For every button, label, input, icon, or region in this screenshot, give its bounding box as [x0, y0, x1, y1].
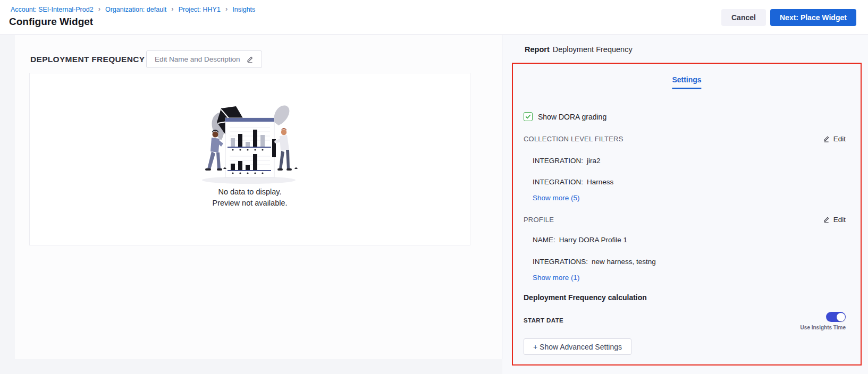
page-header: Account: SEI-Internal-Prod2 › Organizati…: [0, 0, 868, 35]
collection-filters-title: COLLECTION LEVEL FILTERS: [524, 135, 623, 143]
pencil-icon: [246, 56, 254, 63]
breadcrumb: Account: SEI-Internal-Prod2 › Organizati…: [11, 5, 255, 13]
checkbox-checked-icon: [524, 112, 533, 121]
page-title: Configure Widget: [9, 16, 93, 28]
edit-name-description-label: Edit Name and Description: [155, 55, 240, 63]
show-dora-grading-checkbox[interactable]: Show DORA grading: [524, 112, 606, 121]
integration-label: INTEGRATION:: [533, 157, 583, 165]
settings-highlight-box: Settings Show DORA grading COLLECTION LE…: [512, 63, 862, 366]
integration-value: Harness: [587, 178, 613, 186]
integrations-label: INTEGRATIONS:: [533, 258, 588, 266]
profile-edit-button[interactable]: Edit: [823, 216, 846, 224]
show-advanced-settings-button[interactable]: + Show Advanced Settings: [524, 338, 631, 355]
cancel-button[interactable]: Cancel: [721, 9, 766, 26]
profile-header: PROFILE Edit: [524, 216, 846, 224]
profile-name-row: NAME:Harry DORA Profile 1: [533, 236, 627, 244]
profile-show-more-link[interactable]: Show more (1): [533, 274, 580, 282]
pencil-icon: [823, 216, 830, 223]
integration-row: INTEGRATION:Harness: [533, 178, 613, 186]
tab-settings[interactable]: Settings: [672, 75, 701, 89]
name-label: NAME:: [533, 236, 555, 244]
breadcrumb-chevron-icon: ›: [98, 5, 100, 13]
use-insights-time-toggle[interactable]: [826, 312, 846, 322]
collection-filters-show-more-link[interactable]: Show more (5): [533, 194, 580, 202]
report-header: ReportDeployment Frequency: [525, 45, 633, 54]
empty-state-line1: No data to display.: [30, 186, 470, 198]
show-dora-grading-label: Show DORA grading: [538, 113, 606, 121]
integrations-value: new harness, testng: [592, 258, 656, 266]
use-insights-time-label: Use Insights Time: [800, 325, 846, 330]
profile-integrations-row: INTEGRATIONS:new harness, testng: [533, 258, 656, 266]
next-place-widget-button[interactable]: Next: Place Widget: [770, 9, 856, 26]
profile-title: PROFILE: [524, 216, 554, 224]
empty-state-text: No data to display. Preview not availabl…: [30, 186, 470, 209]
collection-filters-edit-button[interactable]: Edit: [823, 135, 846, 143]
widget-settings-panel: ReportDeployment Frequency Settings Show…: [502, 35, 868, 374]
name-value: Harry DORA Profile 1: [559, 236, 627, 244]
integration-value: jira2: [587, 157, 601, 165]
widget-name-title: DEPLOYMENT FREQUENCY: [30, 55, 145, 64]
report-label: Report: [525, 45, 550, 54]
breadcrumb-account[interactable]: Account: SEI-Internal-Prod2: [11, 6, 94, 13]
pencil-icon: [823, 135, 830, 142]
breadcrumb-chevron-icon: ›: [225, 5, 227, 13]
widget-preview-panel: DEPLOYMENT FREQUENCY Edit Name and Descr…: [15, 35, 502, 359]
empty-state-illustration: [193, 101, 306, 188]
integration-row: INTEGRATION:jira2: [533, 157, 601, 165]
breadcrumb-insights[interactable]: Insights: [232, 6, 255, 13]
edit-label: Edit: [833, 216, 846, 224]
breadcrumb-chevron-icon: ›: [171, 5, 173, 13]
start-date-label: START DATE: [524, 317, 563, 324]
empty-state-line2: Preview not available.: [30, 198, 470, 209]
integration-label: INTEGRATION:: [533, 178, 583, 186]
configure-widget-page: Account: SEI-Internal-Prod2 › Organizati…: [0, 0, 868, 374]
toggle-knob: [837, 313, 845, 321]
edit-label: Edit: [833, 135, 846, 143]
breadcrumb-organization[interactable]: Organization: default: [105, 6, 166, 13]
calculation-section-title: Deployment Frequency calculation: [524, 293, 647, 302]
collection-filters-header: COLLECTION LEVEL FILTERS Edit: [524, 135, 846, 143]
edit-name-description-button[interactable]: Edit Name and Description: [146, 50, 262, 68]
widget-preview-card: No data to display. Preview not availabl…: [29, 73, 470, 245]
report-name: Deployment Frequency: [553, 45, 633, 54]
breadcrumb-project[interactable]: Project: HHY1: [179, 6, 221, 13]
